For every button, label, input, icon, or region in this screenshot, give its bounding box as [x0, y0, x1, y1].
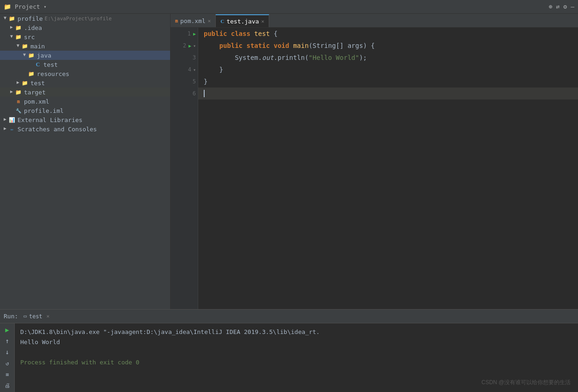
tab-pom-xml-close[interactable]: ✕	[208, 18, 211, 24]
gutter-row-6: 6	[171, 88, 198, 99]
java-icon-test: C	[34, 61, 41, 68]
scroll-down-btn[interactable]: ↓	[2, 348, 12, 356]
text-cursor	[204, 90, 205, 97]
arrow-scratches	[2, 126, 8, 132]
paren-close: );	[359, 54, 367, 61]
arrow-external	[2, 117, 8, 123]
arrow-idea	[8, 24, 15, 31]
sidebar-item-profile-iml[interactable]: 🔧 profile.iml	[0, 106, 170, 115]
class-name: test	[254, 30, 274, 37]
tab-test-java[interactable]: C test.java ✕	[216, 14, 269, 27]
code-line-4: }	[198, 64, 578, 76]
sidebar-item-scratches[interactable]: ✏ Scratches and Consoles	[0, 124, 170, 134]
folder-icon-target: 📁	[15, 88, 22, 96]
top-bar: 📁 Project ▾ ⊕ ⇄ ⚙ –	[0, 0, 578, 14]
sidebar-item-java[interactable]: 📁 java	[0, 51, 170, 60]
arrow-main	[15, 43, 21, 49]
label-profile: profile	[18, 15, 43, 22]
label-target: target	[24, 89, 46, 96]
folder-icon-src: 📁	[15, 33, 22, 41]
tab-test-java-close[interactable]: ✕	[261, 18, 265, 24]
label-src: src	[24, 34, 35, 41]
top-bar-dropdown-icon[interactable]: ▾	[44, 4, 47, 9]
kw-public-1: public	[204, 30, 231, 37]
run-tab[interactable]: ▭ test ✕	[24, 313, 49, 320]
console-process-finished: Process finished with exit code 0	[20, 357, 572, 368]
xml-tab-icon: m	[175, 18, 178, 23]
label-pom-xml: pom.xml	[24, 98, 49, 105]
indent-3	[204, 54, 235, 61]
str-hello: "Hello World"	[309, 54, 360, 61]
iml-icon: 🔧	[15, 107, 22, 114]
kw-static: static	[247, 42, 274, 49]
system-ref: System.	[235, 54, 262, 61]
tab-pom-xml[interactable]: m pom.xml ✕	[171, 14, 216, 27]
print-btn[interactable]: 🖨	[2, 382, 12, 389]
folder-icon-profile: 📁	[8, 15, 16, 22]
sidebar-item-pom-xml[interactable]: m pom.xml	[0, 97, 170, 106]
console-toolbar: ▶ ↑ ↓ ↺ ≡ 🖨	[0, 323, 15, 392]
sidebar-item-resources[interactable]: 📁 resources	[0, 69, 170, 78]
external-libs-icon: 📊	[8, 116, 16, 123]
console-cmd-line: D:\JDK1.8\bin\java.exe "-javaagent:D:\ja…	[20, 327, 572, 337]
fold-4[interactable]: ▾	[193, 67, 196, 72]
sidebar-item-external-libs[interactable]: 📊 External Libraries	[0, 115, 170, 124]
sidebar-item-target[interactable]: 📁 target	[0, 88, 170, 97]
sync-icon[interactable]: ⇄	[556, 3, 560, 10]
gutter-row-2: 2 ▶ ▾	[171, 40, 198, 52]
sidebar: 📁 profile E:\javaProject\profile 📁 .idea…	[0, 14, 171, 309]
sidebar-item-src[interactable]: 📁 src	[0, 32, 170, 41]
paren-1: (String[] args) {	[309, 42, 375, 49]
label-test-folder: test	[30, 80, 45, 87]
tab-test-java-label: test.java	[226, 18, 259, 25]
settings-icon[interactable]: ⚙	[563, 3, 567, 10]
brace-1: {	[274, 30, 277, 37]
editor-area: m pom.xml ✕ C test.java ✕ 1 ▶ 2	[171, 14, 578, 309]
sidebar-item-idea[interactable]: 📁 .idea	[0, 23, 170, 32]
run-tab-label: test	[29, 313, 42, 320]
line-num-4: 4	[188, 66, 191, 73]
label-profile-iml: profile.iml	[24, 107, 64, 114]
console-blank	[20, 347, 572, 357]
line-num-5: 5	[193, 78, 196, 85]
sidebar-item-test-folder[interactable]: 📁 test	[0, 78, 170, 88]
scroll-up-btn[interactable]: ↑	[2, 337, 12, 345]
close-brace-2: }	[219, 66, 223, 73]
code-area[interactable]: public class test { public static void m…	[198, 28, 578, 309]
code-line-5: }	[198, 76, 578, 88]
gutter-row-5: 5	[171, 76, 198, 88]
run-btn-2[interactable]: ▶	[189, 43, 191, 48]
watermark: CSDN @没有谁可以给你想要的生活	[481, 379, 571, 386]
sidebar-item-test-class[interactable]: C test	[0, 60, 170, 69]
play-btn[interactable]: ▶	[2, 326, 12, 333]
bottom-tabs-bar: Run: ▭ test ✕	[0, 310, 578, 323]
gutter-row-3: 3	[171, 52, 198, 64]
folder-icon-idea: 📁	[15, 24, 22, 31]
run-btn-1[interactable]: ▶	[193, 31, 196, 36]
arrow-target	[8, 89, 15, 95]
run-tab-close[interactable]: ✕	[47, 313, 50, 319]
tab-pom-xml-label: pom.xml	[180, 18, 206, 24]
scratch-icon: ✏	[8, 125, 16, 133]
editor[interactable]: 1 ▶ 2 ▶ ▾ 3 4 ▾	[171, 28, 578, 309]
filter-btn[interactable]: ≡	[2, 371, 12, 378]
sidebar-item-profile[interactable]: 📁 profile E:\javaProject\profile	[0, 14, 170, 23]
code-line-3: System.out.println("Hello World");	[198, 52, 578, 64]
sidebar-item-main[interactable]: 📁 main	[0, 41, 170, 51]
minimize-icon[interactable]: –	[571, 3, 574, 10]
kw-class: class	[231, 30, 254, 37]
indent-4	[204, 66, 219, 73]
label-external-libs: External Libraries	[18, 117, 83, 123]
java-tab-icon: C	[220, 18, 224, 24]
fold-2[interactable]: ▾	[193, 43, 196, 48]
rerun-btn[interactable]: ↺	[2, 360, 12, 367]
fn-main: main	[293, 42, 309, 49]
top-bar-title: Project	[15, 3, 40, 10]
kw-void: void	[274, 42, 293, 49]
code-line-2: public static void main(String[] args) {	[198, 40, 578, 52]
out-ref: out	[262, 54, 273, 61]
add-icon[interactable]: ⊕	[549, 3, 553, 10]
folder-icon-resources: 📁	[28, 70, 35, 77]
editor-gutter: 1 ▶ 2 ▶ ▾ 3 4 ▾	[171, 28, 198, 309]
code-line-1: public class test {	[198, 28, 578, 40]
